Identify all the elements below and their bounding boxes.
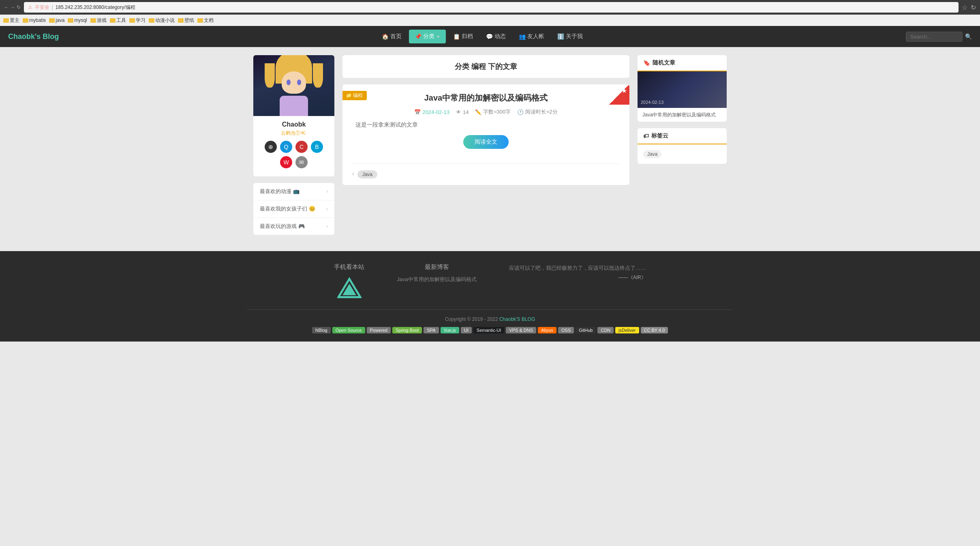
email-button[interactable]: ✉ [295,156,308,168]
bookmark-star[interactable]: ☆ [962,4,967,11]
vue-logo [337,276,362,301]
nav-category[interactable]: 📌 分类 ▼ [409,30,446,43]
url-display: 185.242.235.202:8080/category/编程 [56,4,135,11]
bilibili-button[interactable]: B [311,141,323,153]
pencil-icon: ✏️ [475,109,481,115]
refresh-icon[interactable]: ↻ [971,4,976,11]
left-sidebar: Chaobk 云鹤当①¹K· ⊕ Q C B W ✉ 最喜欢的动漫 📺 › [253,55,334,235]
menu-item-anime[interactable]: 最喜欢的动漫 📺 › [253,183,334,200]
random-articles-header: 🔖 随机文章 [638,55,727,71]
eye-icon: 👁 [456,109,461,115]
footer-latest-col: 最新博客 Java中常用的加解密以及编码格式 [397,263,476,301]
profile-info: Chaobk 云鹤当①¹K· ⊕ Q C B W ✉ [253,116,334,176]
profile-card: Chaobk 云鹤当①¹K· ⊕ Q C B W ✉ [253,55,334,176]
profile-desc-suffix: ¹K· [300,130,306,136]
random-articles-title: 随机文章 [653,59,675,67]
random-article-thumbnail[interactable]: 2024-02-13 [638,71,727,108]
footer-copyright: Copyright © 2019 - 2022 Chaobk'S BLOG [8,316,972,322]
right-sidebar: 🔖 随机文章 2024-02-13 Java中常用的加解密以及编码格式 🏷 标签… [638,55,727,235]
folder-icon [68,18,73,23]
github-button[interactable]: ⊕ [265,141,277,153]
dropdown-arrow-icon: ▼ [436,34,440,39]
article-views: 👁 14 [456,109,469,115]
search-input[interactable] [906,32,963,42]
browser-chrome: ← → ↻ ⚠ 不安全 | 185.242.235.202:8080/categ… [0,0,980,15]
bookmark-mysql[interactable]: mysql [68,17,87,23]
search-area: 🔍 [906,32,972,42]
footer-latest-title: 最新博客 [397,263,476,271]
bookmark-mybatis[interactable]: mybatis [23,17,46,23]
browser-controls[interactable]: ← → ↻ [4,4,21,10]
bookmark-bizhi[interactable]: 壁纸 [178,17,194,24]
bookmark-java[interactable]: java [49,17,64,23]
folder-icon [49,18,55,23]
tag-java[interactable]: Java [357,170,377,178]
badge-opensource: Open Source [332,327,365,333]
navbar-brand[interactable]: Chaobk's Blog [8,32,59,41]
read-more-area: 阅读全文 [352,135,620,149]
badge-github: GitHub [576,327,596,333]
menu-item-games[interactable]: 最喜欢玩的游戏 🎮 › [253,218,334,235]
badge-cdn: CDN [597,327,614,333]
article-title[interactable]: Java中常用的加解密以及编码格式 [352,92,620,103]
info-icon: ℹ️ [557,33,564,40]
char-hair-side-r [313,63,323,88]
weibo-button[interactable]: W [280,156,292,168]
footer-latest-post[interactable]: Java中常用的加解密以及编码格式 [397,276,476,283]
nav-friends[interactable]: 👥 友人帐 [513,30,550,43]
random-article-date: 2024-02-13 [641,100,663,105]
footer-quote-col: 应该可以了吧，我已经极努力了，应该可以抵达终点了…… ——《AIR》 [509,263,646,301]
badge-semantic: Semantic-UI [473,327,505,333]
menu-item-girls[interactable]: 最喜欢我的女孩子们 😊 › [253,200,334,218]
nav-home[interactable]: 🏠 首页 [376,30,407,43]
security-label: 不安全 [35,4,49,11]
address-bar[interactable]: ⚠ 不安全 | 185.242.235.202:8080/category/编程 [24,2,959,13]
bookmark-zhuyao[interactable]: 置主 [3,17,19,24]
char-eye-l [287,80,291,85]
article-corner-icon: ★ [621,87,627,95]
footer-brand-link[interactable]: Chaobk'S BLOG [499,316,535,322]
article-meta: 📅 2024-02-13 👁 14 ✏️ 字数≈300字 🕐 阅读时长≈2分 [352,108,620,116]
category-badge: 📁 编程 [342,91,367,100]
bookmark-dongman[interactable]: 动漫小说 [149,17,175,24]
bookmark-xuexi[interactable]: 学习 [129,17,146,24]
folder-icon [3,18,9,23]
footer-mobile-title: 手机看本站 [334,263,364,271]
badge-jsdeliver: jsDeliver [615,327,639,333]
article-read-time: 🕐 阅读时长≈2分 [517,108,557,116]
chevron-right-icon: › [326,206,328,212]
bookmark-gongju[interactable]: 工具 [110,17,126,24]
footer: 手机看本站 最新博客 Java中常用的加解密以及编码格式 应该可以了吧，我已经极… [0,251,980,342]
badge-ui: UI [461,327,472,333]
nav-about[interactable]: ℹ️ 关于我 [552,30,588,43]
clock-icon: 🕐 [517,109,524,115]
random-articles-widget: 🔖 随机文章 2024-02-13 Java中常用的加解密以及编码格式 [638,55,727,122]
profile-desc: 云鹤当①¹K· [258,130,330,137]
profile-desc-highlight: ① [295,130,300,136]
folder-icon [129,18,135,23]
bookmark-icon: 🔖 [643,60,650,66]
tag-cloud-java[interactable]: Java [643,150,661,158]
profile-desc-prefix: 云鹤当 [281,130,295,136]
qq-button[interactable]: Q [280,141,292,153]
folder-icon [23,18,28,23]
folder-icon [149,18,154,23]
nav-archive[interactable]: 📋 归档 [447,30,479,43]
footer-quote-author: ——《AIR》 [509,274,646,281]
bookmark-wendang[interactable]: 文档 [197,17,214,24]
bookmark-youxi[interactable]: 游戏 [90,17,107,24]
page-title-bar: 分类 编程 下的文章 [342,55,629,78]
chat-icon: 💬 [486,33,493,40]
navbar-links: 🏠 首页 📌 分类 ▼ 📋 归档 💬 动态 👥 友人帐 ℹ️ 关于我 [376,30,588,43]
csdn-button[interactable]: C [295,141,308,153]
article-content: Java中常用的加解密以及编码格式 📅 2024-02-13 👁 14 ✏️ 字… [342,84,629,163]
read-more-button[interactable]: 阅读全文 [463,135,509,149]
badge-aliyun: Aliyun [538,327,556,333]
random-article-title[interactable]: Java中常用的加解密以及编码格式 [638,108,727,122]
char-eye-r [297,80,301,85]
nav-activity[interactable]: 💬 动态 [480,30,511,43]
folder-icon [197,18,203,23]
article-date: 📅 2024-02-13 [414,109,449,115]
char-body [280,96,308,116]
search-button[interactable]: 🔍 [965,33,972,40]
